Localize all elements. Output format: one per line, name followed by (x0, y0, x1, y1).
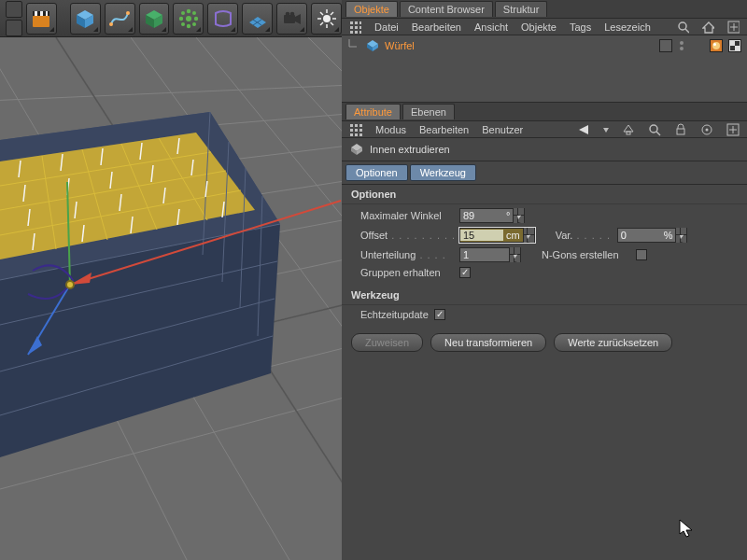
lock-icon[interactable] (674, 123, 687, 136)
svg-rect-0 (33, 16, 49, 27)
label-offset: Offset . . . . . . . . . (360, 230, 454, 241)
attr-menu-bearbeiten[interactable]: Bearbeiten (419, 124, 469, 135)
optionen-form: Maximaler Winkel ° Offset . . . . . . . … (342, 204, 747, 286)
checkbox-gruppen[interactable] (459, 267, 471, 278)
undo-button[interactable] (6, 1, 22, 18)
svg-rect-127 (730, 41, 735, 46)
svg-point-28 (289, 11, 294, 16)
svg-rect-141 (627, 132, 630, 134)
menu-objekte[interactable]: Objekte (521, 21, 557, 33)
polygon-object-icon (366, 39, 379, 52)
tab-objekte[interactable]: Objekte (345, 1, 398, 17)
deformer-icon[interactable] (207, 3, 238, 35)
svg-line-143 (656, 132, 660, 135)
target-icon[interactable] (700, 123, 713, 136)
menu-datei[interactable]: Datei (374, 21, 399, 33)
layer-slot[interactable] (659, 39, 672, 52)
expand-icon[interactable] (726, 123, 740, 136)
svg-rect-132 (350, 129, 353, 132)
section-optionen-header: Optionen (342, 185, 747, 204)
nav-back-icon[interactable] (577, 123, 590, 136)
attr-menu-benutzer[interactable]: Benutzer (482, 124, 523, 135)
spline-icon[interactable] (105, 3, 135, 35)
array-icon[interactable] (173, 3, 204, 35)
viewport-3d[interactable] (0, 37, 342, 560)
svg-point-122 (680, 41, 684, 45)
floor-icon[interactable] (242, 3, 273, 35)
objects-tree[interactable]: Würfel (342, 35, 747, 103)
expand-icon[interactable] (727, 21, 740, 34)
svg-rect-134 (359, 129, 362, 132)
search-icon[interactable] (677, 21, 689, 34)
svg-rect-106 (359, 21, 361, 24)
objects-menubar: Datei Bearbeiten Ansicht Objekte Tags Le… (342, 19, 747, 35)
svg-rect-4 (46, 11, 48, 16)
svg-rect-109 (359, 26, 361, 29)
tab-attribute[interactable]: Attribute (345, 104, 401, 119)
svg-rect-107 (350, 26, 353, 29)
svg-point-146 (706, 128, 709, 131)
panel-options-icon[interactable] (349, 123, 362, 136)
cube-primitive-icon[interactable] (70, 3, 101, 35)
svg-line-34 (320, 12, 323, 15)
attr-menu-modus[interactable]: Modus (375, 124, 406, 135)
button-zuweisen[interactable]: Zuweisen (351, 333, 423, 352)
nav-up-icon[interactable] (622, 123, 635, 136)
main-toolbar (0, 0, 342, 37)
button-neu-transformieren[interactable]: Neu transformieren (430, 333, 546, 352)
menu-bearbeiten[interactable]: Bearbeiten (412, 21, 461, 33)
werkzeug-form: Echtzeitupdate (342, 305, 747, 328)
label-gruppen: Gruppen erhalten (360, 267, 454, 278)
input-offset[interactable]: cm (459, 228, 535, 243)
clapboard-icon[interactable] (26, 3, 57, 35)
menu-ansicht[interactable]: Ansicht (474, 21, 508, 33)
phong-tag-icon[interactable] (710, 39, 723, 52)
svg-rect-131 (359, 124, 362, 127)
subtab-werkzeug[interactable]: Werkzeug (410, 164, 476, 181)
attribute-subtabs: Optionen Werkzeug (342, 161, 747, 185)
svg-rect-112 (359, 31, 361, 34)
input-max-winkel[interactable]: ° (459, 208, 525, 223)
svg-point-19 (192, 11, 196, 15)
checkbox-echtzeit[interactable] (434, 309, 445, 320)
tool-title: Innen extrudieren (370, 144, 450, 155)
redo-button[interactable] (6, 20, 22, 36)
input-unterteilung[interactable] (459, 247, 521, 262)
camera-icon[interactable] (276, 3, 307, 35)
home-icon[interactable] (702, 21, 714, 34)
extrude-inner-icon (349, 142, 364, 157)
object-row-wuerfel[interactable]: Würfel (347, 39, 741, 52)
subtab-optionen[interactable]: Optionen (345, 164, 408, 181)
label-ngons: N-Gons erstellen (542, 249, 630, 260)
svg-point-102 (66, 281, 74, 288)
uvw-tag-icon[interactable] (728, 39, 741, 52)
nav-history-icon[interactable] (603, 123, 609, 136)
svg-rect-136 (355, 133, 358, 136)
tab-struktur[interactable]: Struktur (495, 1, 548, 17)
input-var[interactable]: % (617, 228, 688, 243)
search-icon[interactable] (648, 123, 661, 136)
checkbox-ngons[interactable] (636, 249, 647, 260)
svg-point-9 (126, 11, 130, 15)
panel-options-icon[interactable] (349, 21, 361, 34)
menu-tags[interactable]: Tags (570, 21, 591, 33)
svg-point-17 (194, 16, 198, 20)
nurbs-icon[interactable] (139, 3, 170, 35)
light-icon[interactable] (311, 3, 342, 35)
svg-point-123 (680, 47, 684, 50)
tab-content-browser[interactable]: Content Browser (400, 1, 493, 17)
menu-lesezeichen[interactable]: Lesezeich (604, 21, 651, 33)
svg-point-15 (187, 23, 190, 27)
label-max-winkel: Maximaler Winkel (360, 210, 454, 221)
object-name[interactable]: Würfel (385, 40, 415, 51)
attribute-tabbar: Attribute Ebenen (342, 103, 747, 121)
svg-point-14 (187, 8, 190, 12)
svg-rect-130 (355, 124, 358, 127)
svg-rect-108 (355, 26, 358, 29)
svg-rect-128 (735, 46, 740, 50)
svg-marker-115 (703, 22, 714, 33)
button-werte-zuruecksetzen[interactable]: Werte zurücksetzen (554, 333, 672, 352)
svg-point-29 (323, 15, 331, 22)
visibility-dots-icon[interactable] (678, 39, 685, 52)
tab-ebenen[interactable]: Ebenen (402, 104, 455, 119)
